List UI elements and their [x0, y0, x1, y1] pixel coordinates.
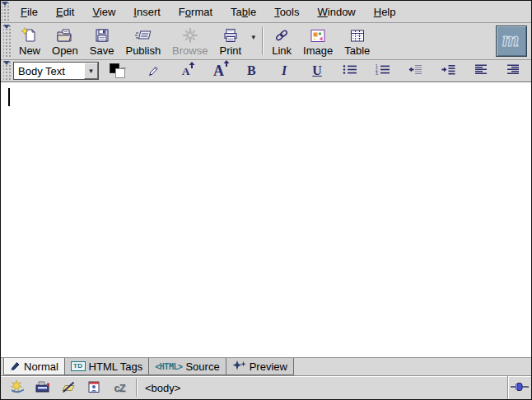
navigator-icon: [9, 380, 26, 396]
composer-window: File Edit View Insert Format Table Tools…: [0, 0, 532, 400]
menubar-grippy[interactable]: [2, 2, 10, 21]
preview-star-icon: [232, 360, 246, 373]
print-icon: [222, 26, 239, 44]
save-button[interactable]: Save: [84, 24, 120, 58]
print-dropdown-arrow[interactable]: ▾: [247, 24, 259, 58]
tab-preview[interactable]: Preview: [226, 358, 294, 375]
dropdown-arrow-icon: ▾: [251, 33, 255, 41]
address-book-component-button[interactable]: [85, 379, 103, 396]
tab-source-label: Source: [185, 360, 219, 373]
td-tag-icon: TD: [71, 361, 86, 371]
table-icon: [349, 26, 366, 44]
table-button[interactable]: Table: [338, 24, 376, 58]
italic-button[interactable]: I: [277, 62, 292, 80]
bullet-list-button[interactable]: [343, 62, 357, 80]
mail-component-button[interactable]: [34, 379, 52, 396]
address-book-icon: [86, 380, 101, 396]
component-bar: cZ: [1, 376, 136, 399]
open-folder-icon: [56, 26, 73, 44]
publish-button[interactable]: Publish: [119, 24, 166, 58]
format-toolbar: Body Text ▾ A: [1, 60, 531, 82]
menu-help[interactable]: Help: [365, 6, 405, 18]
navigator-component-button[interactable]: [8, 379, 26, 396]
align-right-button[interactable]: [506, 62, 521, 80]
menu-window[interactable]: Window: [309, 6, 365, 18]
plug-icon: [511, 380, 529, 395]
paragraph-format-value: Body Text: [14, 65, 84, 77]
toolbar-spacer: [376, 24, 496, 58]
toolbar-separator: [262, 27, 264, 55]
decrease-font-size-button[interactable]: A: [179, 62, 194, 80]
tab-preview-label: Preview: [250, 360, 287, 373]
element-path-bar: <body>: [138, 376, 507, 399]
bold-glyph: B: [247, 64, 256, 77]
link-icon: [273, 26, 290, 44]
menu-format[interactable]: Format: [170, 6, 222, 18]
save-floppy-icon: [94, 26, 110, 44]
open-button[interactable]: Open: [46, 24, 84, 58]
new-button-label: New: [19, 44, 40, 57]
numbered-list-button[interactable]: 1. 2. 3.: [376, 62, 390, 80]
increase-font-size-button[interactable]: A: [211, 62, 226, 80]
browse-icon: [182, 26, 198, 44]
menu-insert[interactable]: Insert: [124, 6, 170, 18]
highlighter-pen-icon: [147, 63, 160, 79]
highlight-color-button[interactable]: [146, 62, 161, 80]
save-button-label: Save: [90, 44, 114, 57]
pen-icon: [10, 360, 21, 373]
underline-button[interactable]: U: [310, 62, 324, 80]
composer-icon: [60, 380, 77, 396]
menu-file[interactable]: File: [12, 6, 47, 18]
align-right-icon: [507, 64, 520, 77]
size-arrow-icon: [189, 62, 195, 68]
align-left-button[interactable]: [474, 62, 488, 80]
tab-html-tags-label: HTML Tags: [89, 360, 143, 373]
menu-table[interactable]: Table: [222, 6, 265, 18]
tab-source[interactable]: <HTML> Source: [148, 358, 226, 375]
link-button-label: Link: [272, 44, 292, 57]
image-button[interactable]: Image: [297, 24, 338, 58]
bullet-list-icon: [343, 64, 357, 77]
mail-icon: [35, 380, 51, 396]
editor-canvas[interactable]: [1, 82, 531, 357]
numbered-list-icon: 1. 2. 3.: [376, 64, 390, 77]
background-color-swatch[interactable]: [115, 68, 125, 78]
outdent-button[interactable]: [408, 62, 422, 80]
composer-component-button[interactable]: [59, 379, 77, 396]
paragraph-format-select[interactable]: Body Text ▾: [13, 62, 99, 80]
text-color-picker[interactable]: [109, 63, 128, 79]
publish-icon: [134, 26, 152, 44]
online-status-panel[interactable]: [507, 376, 531, 399]
format-toolbar-grippy[interactable]: [3, 61, 12, 81]
italic-glyph: I: [282, 64, 287, 77]
mozilla-throbber[interactable]: m: [496, 26, 527, 57]
new-page-icon: [21, 26, 38, 44]
chatzilla-icon: cZ: [114, 382, 124, 394]
menu-tools[interactable]: Tools: [265, 6, 308, 18]
chatzilla-component-button[interactable]: cZ: [110, 379, 128, 396]
size-arrow-icon: [223, 60, 230, 67]
edit-mode-tab-bar: Normal TD HTML Tags <HTML> Source Previe…: [1, 357, 531, 375]
combo-arrow-icon: ▾: [84, 63, 98, 79]
html-markup-icon: <HTML>: [155, 362, 182, 371]
tab-normal[interactable]: Normal: [3, 358, 65, 375]
menubar: File Edit View Insert Format Table Tools…: [1, 1, 531, 23]
mozilla-m-logo-icon: m: [499, 27, 524, 55]
tab-html-tags[interactable]: TD HTML Tags: [64, 358, 149, 375]
bold-button[interactable]: B: [244, 62, 259, 80]
open-button-label: Open: [52, 44, 78, 57]
new-button[interactable]: New: [13, 24, 46, 58]
publish-button-label: Publish: [125, 44, 161, 57]
main-toolbar: New Open: [1, 23, 531, 60]
indent-button[interactable]: [441, 62, 455, 80]
element-path-body[interactable]: <body>: [145, 382, 180, 394]
menu-edit[interactable]: Edit: [47, 6, 83, 18]
text-caret: [8, 88, 10, 106]
print-button[interactable]: Print: [213, 24, 247, 58]
link-button[interactable]: Link: [266, 24, 297, 58]
underline-glyph: U: [312, 64, 322, 77]
menu-view[interactable]: View: [83, 6, 124, 18]
align-left-icon: [475, 64, 488, 77]
status-bar: cZ <body>: [1, 375, 531, 399]
main-toolbar-grippy[interactable]: [3, 25, 12, 58]
